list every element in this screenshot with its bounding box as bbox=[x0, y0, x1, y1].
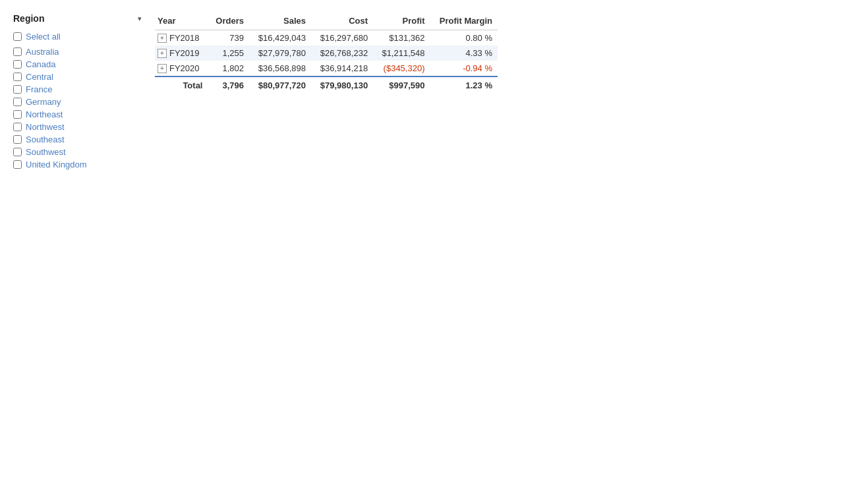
cell-cost-1: $26,768,232 bbox=[311, 46, 373, 61]
cell-cost-2: $36,914,218 bbox=[311, 61, 373, 76]
total-margin-cell: 1.23 % bbox=[430, 76, 498, 93]
label-germany[interactable]: Germany bbox=[26, 97, 61, 107]
col-header-profit: Profit bbox=[373, 13, 430, 30]
filter-item-australia[interactable]: Australia bbox=[13, 46, 142, 58]
select-all-label[interactable]: Select all bbox=[26, 32, 61, 42]
total-cost-cell: $79,980,130 bbox=[311, 76, 373, 93]
checkbox-germany[interactable] bbox=[13, 98, 22, 106]
col-header-cost: Cost bbox=[311, 13, 373, 30]
label-central[interactable]: Central bbox=[26, 72, 53, 82]
total-profit-cell: $997,590 bbox=[373, 76, 430, 93]
year-value-0: FY2018 bbox=[169, 33, 200, 43]
checkbox-australia[interactable] bbox=[13, 47, 22, 56]
cell-profit-0: $131,362 bbox=[373, 30, 430, 46]
checkbox-southeast[interactable] bbox=[13, 135, 22, 144]
data-table: Year Orders Sales Cost Profit Profit Mar… bbox=[155, 13, 498, 93]
total-orders-cell: 3,796 bbox=[208, 76, 248, 93]
label-australia[interactable]: Australia bbox=[26, 47, 59, 57]
expand-btn-1[interactable]: + bbox=[158, 49, 167, 58]
cell-margin-0: 0.80 % bbox=[430, 30, 498, 46]
cell-orders-0: 739 bbox=[208, 30, 248, 46]
region-filter-header[interactable]: Region ▾ bbox=[13, 13, 142, 24]
label-southwest[interactable]: Southwest bbox=[26, 147, 66, 157]
cell-sales-0: $16,429,043 bbox=[249, 30, 311, 46]
table-body: +FY2018739$16,429,043$16,297,680$131,362… bbox=[155, 30, 498, 94]
cell-orders-1: 1,255 bbox=[208, 46, 248, 61]
select-all-checkbox[interactable] bbox=[13, 32, 22, 41]
chevron-down-icon: ▾ bbox=[138, 15, 142, 23]
checkbox-canada[interactable] bbox=[13, 60, 22, 69]
cell-profit-2: ($345,320) bbox=[373, 61, 430, 76]
label-canada[interactable]: Canada bbox=[26, 59, 56, 69]
col-header-sales: Sales bbox=[249, 13, 311, 30]
total-row: Total3,796$80,977,720$79,980,130$997,590… bbox=[155, 76, 498, 93]
cell-cost-0: $16,297,680 bbox=[311, 30, 373, 46]
label-france[interactable]: France bbox=[26, 84, 52, 94]
region-filter-panel: Region ▾ Select all AustraliaCanadaCentr… bbox=[13, 13, 142, 171]
cell-margin-2: -0.94 % bbox=[430, 61, 498, 76]
col-header-profit-margin: Profit Margin bbox=[430, 13, 498, 30]
label-northeast[interactable]: Northeast bbox=[26, 109, 63, 119]
cell-sales-2: $36,568,898 bbox=[249, 61, 311, 76]
checkbox-central[interactable] bbox=[13, 73, 22, 81]
year-value-1: FY2019 bbox=[169, 48, 200, 58]
total-label-cell: Total bbox=[155, 76, 208, 93]
select-all-item[interactable]: Select all bbox=[13, 30, 142, 43]
table-row: +FY20191,255$27,979,780$26,768,232$1,211… bbox=[155, 46, 498, 61]
checkbox-unitedkingdom[interactable] bbox=[13, 160, 22, 169]
filter-items-list: AustraliaCanadaCentralFranceGermanyNorth… bbox=[13, 46, 142, 171]
checkbox-southwest[interactable] bbox=[13, 148, 22, 156]
table-row: +FY20201,802$36,568,898$36,914,218($345,… bbox=[155, 61, 498, 76]
label-northwest[interactable]: Northwest bbox=[26, 122, 65, 132]
total-sales-cell: $80,977,720 bbox=[249, 76, 311, 93]
expand-btn-2[interactable]: + bbox=[158, 64, 167, 73]
checkbox-northwest[interactable] bbox=[13, 123, 22, 131]
label-unitedkingdom[interactable]: United Kingdom bbox=[26, 160, 87, 169]
filter-item-southeast[interactable]: Southeast bbox=[13, 133, 142, 146]
cell-orders-2: 1,802 bbox=[208, 61, 248, 76]
filter-item-northeast[interactable]: Northeast bbox=[13, 108, 142, 121]
filter-item-southwest[interactable]: Southwest bbox=[13, 146, 142, 158]
cell-profit-1: $1,211,548 bbox=[373, 46, 430, 61]
filter-item-canada[interactable]: Canada bbox=[13, 58, 142, 71]
cell-year-0: +FY2018 bbox=[155, 30, 208, 46]
col-header-year: Year bbox=[155, 13, 208, 30]
expand-btn-0[interactable]: + bbox=[158, 34, 167, 43]
col-header-orders: Orders bbox=[208, 13, 248, 30]
filter-item-unitedkingdom[interactable]: United Kingdom bbox=[13, 158, 142, 171]
cell-year-1: +FY2019 bbox=[155, 46, 208, 61]
data-table-area: Year Orders Sales Cost Profit Profit Mar… bbox=[155, 13, 855, 171]
table-row: +FY2018739$16,429,043$16,297,680$131,362… bbox=[155, 30, 498, 46]
checkbox-france[interactable] bbox=[13, 85, 22, 94]
checkbox-northeast[interactable] bbox=[13, 110, 22, 119]
cell-margin-1: 4.33 % bbox=[430, 46, 498, 61]
filter-item-northwest[interactable]: Northwest bbox=[13, 121, 142, 133]
region-filter-title: Region bbox=[13, 13, 44, 24]
filter-item-central[interactable]: Central bbox=[13, 71, 142, 83]
label-southeast[interactable]: Southeast bbox=[26, 135, 65, 144]
cell-sales-1: $27,979,780 bbox=[249, 46, 311, 61]
table-header-row: Year Orders Sales Cost Profit Profit Mar… bbox=[155, 13, 498, 30]
filter-item-france[interactable]: France bbox=[13, 83, 142, 96]
cell-year-2: +FY2020 bbox=[155, 61, 208, 76]
year-value-2: FY2020 bbox=[169, 63, 200, 73]
filter-item-germany[interactable]: Germany bbox=[13, 96, 142, 108]
